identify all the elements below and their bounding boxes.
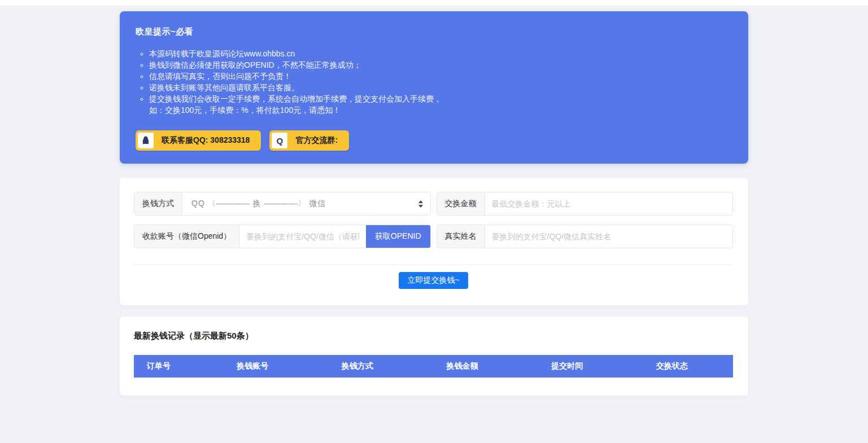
amount-label: 交换金额 <box>437 192 485 215</box>
qq-penguin-icon <box>138 133 154 148</box>
records-header-row: 订单号 换钱账号 换钱方式 换钱金额 提交时间 交换状态 <box>134 355 733 378</box>
method-group: 换钱方式 QQ 〈———— 换 ————〉 微信 <box>134 192 431 216</box>
official-group-label: 官方交流群: <box>295 135 338 146</box>
column-header-method: 换钱方式 <box>329 355 434 378</box>
notice-item: 本源码转载于欧皇源码论坛www.ohbbs.cn <box>149 48 732 59</box>
column-header-status: 交换状态 <box>643 355 733 378</box>
method-selected-value: QQ 〈———— 换 ————〉 微信 <box>191 199 326 209</box>
records-table: 订单号 换钱账号 换钱方式 换钱金额 提交时间 交换状态 <box>134 355 733 378</box>
account-label: 收款账号（微信Openid） <box>134 225 239 248</box>
method-label: 换钱方式 <box>134 192 182 215</box>
column-header-submit-time: 提交时间 <box>538 355 643 378</box>
notice-item: 提交换钱我们会收取一定手续费，系统会自动增加手续费，提交支付会加入手续费， <box>149 93 732 104</box>
submit-row: 立即提交换钱~ <box>134 272 733 289</box>
name-input[interactable] <box>485 225 733 248</box>
form-divider <box>134 264 733 265</box>
account-input[interactable] <box>239 225 366 248</box>
notice-panel: 欧皇提示~必看 本源码转载于欧皇源码论坛www.ohbbs.cn 换钱到微信必须… <box>120 11 748 164</box>
notice-title: 欧皇提示~必看 <box>136 27 732 37</box>
select-updown-icon <box>418 200 423 208</box>
top-strip <box>0 0 868 6</box>
notice-item: 信息请填写真实，否则出问题不予负责！ <box>149 71 732 82</box>
page-container: 欧皇提示~必看 本源码转载于欧皇源码论坛www.ohbbs.cn 换钱到微信必须… <box>120 11 748 396</box>
column-header-amount: 换钱金额 <box>433 355 538 378</box>
notice-note-line: 如：交换100元，手续费：%，将付款100元，请悉知！ <box>136 104 732 116</box>
notice-list: 本源码转载于欧皇源码论坛www.ohbbs.cn 换钱到微信必须使用获取的OPE… <box>136 48 732 104</box>
submit-exchange-button[interactable]: 立即提交换钱~ <box>399 272 468 289</box>
notice-item: 诺换钱未到账等其他问题请联系平台客服。 <box>149 82 732 93</box>
amount-input[interactable] <box>485 192 733 215</box>
name-group: 真实姓名 <box>437 225 734 248</box>
notice-buttons-row: 联系客服QQ: 308233318 Q 官方交流群: <box>136 130 732 151</box>
column-header-account: 换钱账号 <box>224 355 329 378</box>
records-card: 最新换钱记录（显示最新50条） 订单号 换钱账号 换钱方式 换钱金额 提交时间 … <box>120 317 748 396</box>
form-grid: 换钱方式 QQ 〈———— 换 ————〉 微信 交换金额 收款账号（微信Ope… <box>134 192 733 248</box>
records-title: 最新换钱记录（显示最新50条） <box>134 331 733 341</box>
amount-group: 交换金额 <box>437 192 734 216</box>
q-letter-icon: Q <box>272 133 287 148</box>
column-header-order-no: 订单号 <box>134 355 224 378</box>
get-openid-button[interactable]: 获取OPENID <box>366 225 430 248</box>
contact-qq-button[interactable]: 联系客服QQ: 308233318 <box>136 130 261 151</box>
exchange-form-card: 换钱方式 QQ 〈———— 换 ————〉 微信 交换金额 收款账号（微信Ope… <box>120 178 748 305</box>
notice-item: 换钱到微信必须使用获取的OPENID，不然不能正常换成功； <box>149 59 732 71</box>
official-group-button[interactable]: Q 官方交流群: <box>269 130 349 151</box>
exchange-method-select[interactable]: QQ 〈———— 换 ————〉 微信 <box>182 192 430 215</box>
account-group: 收款账号（微信Openid） 获取OPENID <box>134 225 431 248</box>
contact-qq-label: 联系客服QQ: 308233318 <box>162 135 250 146</box>
name-label: 真实姓名 <box>437 225 485 248</box>
